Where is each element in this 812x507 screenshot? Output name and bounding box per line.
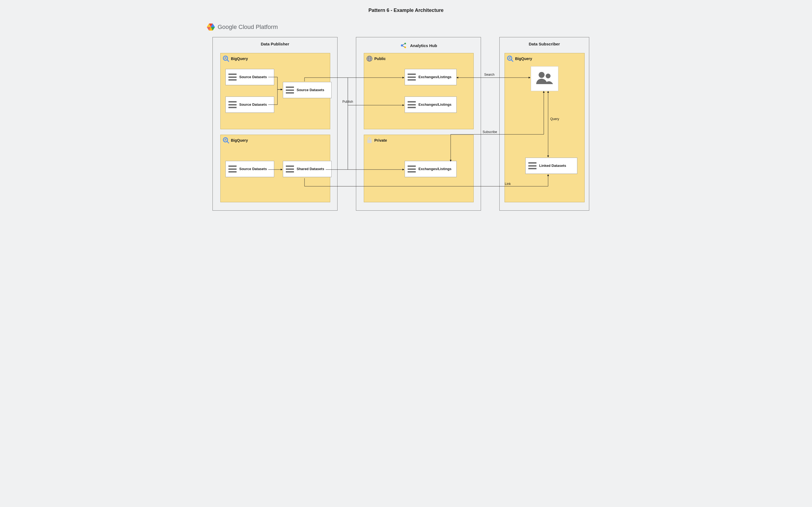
edge-label-subscribe: Subscribe xyxy=(483,130,497,134)
card-hub-private: Private Exchanges/Listings xyxy=(364,135,474,202)
globe-icon xyxy=(366,55,373,62)
svg-line-29 xyxy=(511,60,513,61)
dataset-icon xyxy=(408,166,416,172)
column-analytics-hub: Analytics Hub Public xyxy=(356,37,481,211)
svg-rect-28 xyxy=(510,57,510,59)
chip-exchanges-listings-2: Exchanges/Listings xyxy=(405,97,457,113)
svg-rect-27 xyxy=(509,57,509,59)
page-title: Pattern 6 - Example Architecture xyxy=(203,0,609,20)
dataset-icon xyxy=(286,87,294,94)
edge-label-search: Search xyxy=(484,73,495,76)
dataset-icon xyxy=(229,73,237,80)
column-title-hub: Analytics Hub xyxy=(410,43,437,48)
chip-exchanges-listings-3: Exchanges/Listings xyxy=(405,161,457,177)
card-hub-public: Public Exchanges/Listings Exchanges/List… xyxy=(364,53,474,129)
chip-label: Source Datasets xyxy=(239,167,267,171)
dataset-icon xyxy=(286,166,294,172)
bigquery-icon xyxy=(222,55,230,62)
svg-point-30 xyxy=(539,72,545,78)
bigquery-icon xyxy=(222,136,230,144)
chip-source-datasets-3: Source Datasets xyxy=(225,161,274,177)
chip-label: Source Datasets xyxy=(239,103,267,107)
chip-label: Linked Datasets xyxy=(539,164,566,168)
svg-rect-25 xyxy=(367,140,372,143)
card-label: Private xyxy=(374,138,387,143)
edge-label-link: Link xyxy=(505,182,511,186)
card-label: BigQuery xyxy=(231,57,248,61)
edge-label-publish: Publish xyxy=(342,100,353,104)
chip-label: Exchanges/Listings xyxy=(418,167,448,171)
svg-point-15 xyxy=(401,44,403,47)
chip-label: Exchanges/Listings xyxy=(418,75,448,79)
chip-source-datasets-2: Source Datasets xyxy=(225,97,274,113)
svg-point-31 xyxy=(546,73,551,78)
card-publisher-bigquery-2: BigQuery Source Datasets Shared Datasets xyxy=(220,135,330,202)
column-title-publisher: Data Publisher xyxy=(213,37,337,49)
column-subscriber: Data Subscriber BigQuery xyxy=(499,37,589,211)
gcp-hex-icon xyxy=(207,23,215,31)
column-publisher: Data Publisher BigQuery xyxy=(212,37,338,211)
analytics-hub-icon xyxy=(400,42,407,49)
chip-source-datasets-merged: Source Datasets xyxy=(283,82,332,98)
svg-rect-9 xyxy=(226,57,226,59)
svg-line-10 xyxy=(227,60,229,61)
svg-rect-13 xyxy=(226,138,226,140)
dataset-icon xyxy=(408,101,416,108)
card-publisher-bigquery-1: BigQuery Source Datasets Source Datasets… xyxy=(220,53,330,129)
dataset-icon xyxy=(528,162,537,169)
svg-rect-12 xyxy=(225,139,225,140)
dataset-icon xyxy=(408,73,416,80)
chip-exchanges-listings-1: Exchanges/Listings xyxy=(405,69,457,85)
chip-linked-datasets: Linked Datasets xyxy=(525,158,577,174)
architecture-canvas: Data Publisher BigQuery xyxy=(212,37,600,221)
svg-line-14 xyxy=(227,142,229,143)
column-title-subscriber: Data Subscriber xyxy=(500,37,589,49)
chip-label: Source Datasets xyxy=(297,88,324,92)
brand-google: Google xyxy=(218,23,237,30)
brand-bar: Google Cloud Platform xyxy=(203,20,609,32)
svg-point-16 xyxy=(404,43,406,44)
chip-source-datasets-1: Source Datasets xyxy=(225,69,274,85)
edge-label-query: Query xyxy=(550,117,559,121)
users-icon xyxy=(535,70,554,87)
chip-label: Source Datasets xyxy=(239,75,267,79)
card-label: BigQuery xyxy=(515,57,532,61)
lock-icon xyxy=(366,136,373,144)
dataset-icon xyxy=(229,101,237,108)
card-subscriber-bigquery: BigQuery Linked Datasets xyxy=(505,53,585,202)
svg-rect-8 xyxy=(225,57,225,59)
card-label: Public xyxy=(374,57,386,61)
svg-line-18 xyxy=(403,44,405,45)
dataset-icon xyxy=(229,166,237,172)
chip-label: Shared Datasets xyxy=(297,167,324,171)
chip-label: Exchanges/Listings xyxy=(418,103,448,107)
brand-rest: Cloud Platform xyxy=(239,23,278,30)
users-box xyxy=(531,66,558,91)
chip-shared-datasets: Shared Datasets xyxy=(283,161,332,177)
bigquery-icon xyxy=(506,55,514,62)
svg-line-19 xyxy=(403,46,405,47)
card-label: BigQuery xyxy=(231,138,248,143)
svg-point-17 xyxy=(404,47,406,48)
